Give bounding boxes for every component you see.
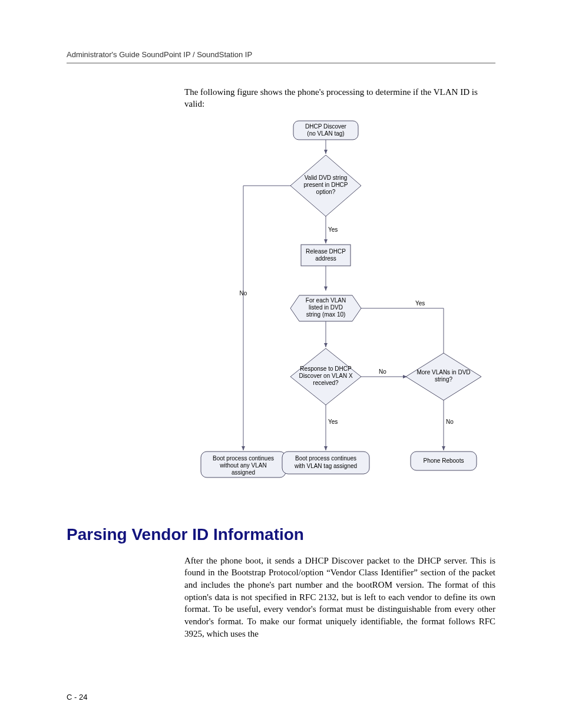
label-d3-no: No — [446, 419, 454, 425]
label-d2-yes: Yes — [328, 419, 338, 425]
node-decision3-l2: string? — [435, 376, 452, 383]
node-foreach-l2: listed in DVD — [309, 304, 343, 311]
label-d1-no: No — [240, 290, 247, 297]
node-foreach-l3: string (max 10) — [306, 311, 346, 318]
node-decision2-l2: Discover on VLAN X — [299, 373, 352, 379]
label-d1-yes: Yes — [328, 226, 338, 233]
page-header: Administrator's Guide SoundPoint IP / So… — [67, 50, 495, 59]
node-end-reboot-l1: Phone Reboots — [424, 457, 464, 464]
node-decision1-text-l2: present in DHCP — [303, 182, 348, 188]
node-decision1-text-l1: Valid DVD string — [305, 174, 348, 181]
node-start-text-line1: DHCP Discover — [305, 123, 346, 130]
node-decision2-l3: received? — [313, 380, 339, 386]
flowchart-svg: .box-fill { fill:#eef0f7; stroke:#4c4c66… — [184, 118, 491, 496]
node-end-withvlan-l2: with VLAN tag assigned — [294, 463, 357, 469]
node-end-novlan-l2: without any VLAN — [219, 462, 267, 469]
node-decision1-text-l3: option? — [316, 189, 336, 195]
section-heading: Parsing Vendor ID Information — [67, 525, 495, 544]
node-foreach-l1: For each VLAN — [306, 297, 346, 304]
node-end-novlan-l1: Boot process continues — [213, 455, 274, 462]
node-decision2-l1: Response to DHCP — [300, 365, 352, 372]
intro-paragraph: The following figure shows the phone's p… — [184, 86, 495, 110]
body-paragraph: After the phone boot, it sends a DHCP Di… — [184, 555, 495, 640]
header-rule — [67, 62, 495, 64]
page-footer: C - 24 — [67, 693, 495, 701]
node-release-l2: address — [315, 255, 336, 262]
node-start-text-line2: (no VLAN tag) — [307, 130, 344, 137]
flowchart-figure: .box-fill { fill:#eef0f7; stroke:#4c4c66… — [184, 118, 495, 496]
node-end-novlan-l3: assigned — [232, 469, 255, 476]
label-d2-no: No — [379, 368, 386, 375]
node-decision3-l1: More VLANs in DVD — [416, 369, 470, 375]
node-release-l1: Release DHCP — [306, 248, 346, 255]
node-end-withvlan-l1: Boot process continues — [295, 455, 356, 462]
label-foreach-yes: Yes — [415, 300, 425, 307]
